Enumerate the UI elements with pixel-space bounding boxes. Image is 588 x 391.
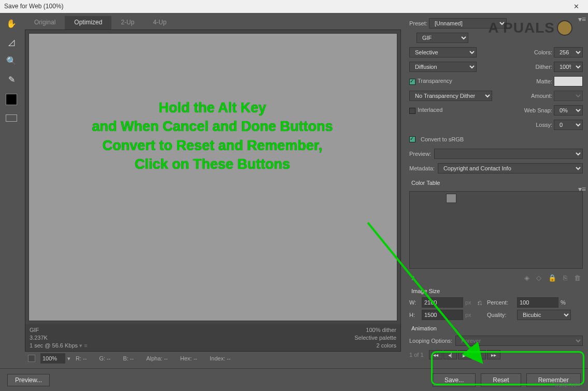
srgb-label: Convert to sRGB	[421, 136, 464, 142]
anim-prev-icon[interactable]: ◂|	[443, 350, 457, 359]
percent-label: Percent:	[487, 299, 515, 306]
status-bar: ▾ R: -- G: -- B: -- Alpha: -- Hex: -- In…	[25, 352, 401, 365]
image-info-bar: GIF 3.237K 1 sec @ 56.6 Kbps ▾ ≡ 100% di…	[25, 324, 400, 351]
panel-menu-icon[interactable]: ▾≡	[578, 15, 586, 23]
colors-select[interactable]: 256	[554, 47, 583, 57]
matte-label: Matte:	[536, 78, 552, 84]
quality-label: Quality:	[487, 312, 515, 318]
window-controls: ✕	[568, 0, 584, 13]
image-size-header: Image Size	[411, 288, 583, 294]
interlaced-checkbox[interactable]	[409, 108, 415, 114]
color-count: 2	[411, 275, 414, 281]
lossy-label: Lossy:	[536, 122, 552, 128]
anim-next-icon[interactable]: |▸	[472, 350, 486, 359]
height-input[interactable]	[422, 310, 463, 320]
tool-column: ✋ ◿ 🔍 ✎	[0, 13, 23, 365]
height-label: H:	[409, 312, 420, 318]
dither-label: Dither:	[536, 64, 552, 70]
info-format: GIF	[30, 326, 88, 334]
status-index: Index: --	[210, 355, 231, 361]
quality-select[interactable]: Bicubic	[517, 310, 571, 320]
link-dimensions-icon[interactable]: ⎌	[478, 298, 485, 307]
lossy-select[interactable]: 0	[554, 120, 583, 130]
tab-4up[interactable]: 4-Up	[144, 16, 176, 30]
ct-tool-2-icon[interactable]: ◇	[536, 274, 541, 282]
toggle-slices-icon[interactable]	[6, 114, 17, 122]
ct-lock-icon[interactable]: 🔒	[548, 274, 556, 282]
color-swatch[interactable]	[6, 94, 17, 105]
websnap-select[interactable]: 0%	[554, 105, 583, 115]
tab-2up[interactable]: 2-Up	[111, 16, 144, 30]
preset-label: Preset:	[409, 20, 427, 26]
watermark-logo: A PUALS	[488, 20, 572, 36]
status-hex: Hex: --	[180, 355, 197, 361]
format-select[interactable]: GIF	[417, 33, 468, 43]
transparency-dither-select[interactable]: No Transparency Dither	[409, 91, 492, 101]
zoom-tool-icon[interactable]: 🔍	[4, 54, 19, 67]
dither-method-select[interactable]: Diffusion	[409, 62, 477, 72]
close-icon[interactable]: ✕	[568, 0, 584, 13]
info-colors: 2 colors	[354, 342, 396, 350]
percent-symbol: %	[561, 299, 571, 306]
info-dither: 100% dither	[354, 326, 396, 334]
width-input[interactable]	[422, 297, 463, 308]
ct-new-icon[interactable]: ⎘	[563, 274, 567, 282]
window-title: Save for Web (100%)	[4, 0, 64, 13]
dither-value-select[interactable]: 100%	[554, 62, 583, 72]
save-button[interactable]: Save...	[433, 373, 476, 387]
reset-button[interactable]: Reset	[481, 373, 521, 387]
preview-select[interactable]	[434, 149, 583, 159]
color-reduction-select[interactable]: Selective	[409, 47, 477, 57]
width-label: W:	[409, 299, 420, 306]
color-table-footer: 2 ◈ ◇ 🔒 ⎘ 🗑	[409, 273, 583, 283]
zoom-input[interactable]	[40, 353, 65, 364]
metadata-label: Metadata:	[409, 165, 435, 171]
preview-panel: GIF 3.237K 1 sec @ 56.6 Kbps ▾ ≡ 100% di…	[25, 30, 401, 352]
tab-optimized[interactable]: Optimized	[65, 16, 111, 30]
px-label-2: px	[465, 312, 476, 318]
websnap-label: Web Snap:	[524, 107, 552, 113]
zoom-control[interactable]: ▾	[40, 353, 70, 364]
transparency-checkbox[interactable]	[409, 79, 415, 85]
ct-trash-icon[interactable]: 🗑	[574, 274, 581, 282]
srgb-checkbox[interactable]	[409, 136, 415, 142]
animation-controls: 1 of 1 ◂◂ ◂| ▶ |▸ ▸▸	[409, 350, 583, 359]
settings-panel: ▾≡ Preset: [Unnamed] GIF Selective Color…	[404, 13, 588, 365]
animation-header: Animation	[411, 325, 583, 331]
anim-first-icon[interactable]: ◂◂	[429, 350, 442, 359]
status-g: G: --	[99, 355, 110, 361]
tab-original[interactable]: Original	[25, 16, 65, 30]
color-table-header: Color Table	[411, 180, 583, 186]
status-r: R: --	[76, 355, 87, 361]
amount-label: Amount:	[531, 93, 552, 99]
title-bar: Save for Web (100%) ✕	[0, 0, 588, 13]
info-speed: 1 sec @ 56.6 Kbps	[30, 342, 78, 349]
percent-input[interactable]	[517, 297, 558, 308]
info-palette: Selective palette	[354, 334, 396, 342]
hand-tool-icon[interactable]: ✋	[4, 17, 19, 30]
status-b: B: --	[123, 355, 134, 361]
ct-tool-1-icon[interactable]: ◈	[524, 274, 529, 282]
interlaced-label: Interlaced	[418, 107, 442, 113]
color-swatch-entry[interactable]	[446, 194, 456, 203]
anim-play-icon[interactable]: ▶	[458, 350, 471, 359]
eyedropper-tool-icon[interactable]: ✎	[4, 73, 19, 85]
amount-select	[554, 91, 583, 101]
looping-label: Looping Options:	[409, 338, 452, 344]
looping-select[interactable]: Forever	[455, 336, 583, 346]
px-label-1: px	[465, 299, 476, 306]
slice-select-tool-icon[interactable]: ◿	[4, 36, 19, 48]
anim-last-icon[interactable]: ▸▸	[487, 350, 500, 359]
colors-label: Colors:	[534, 49, 552, 55]
matte-select[interactable]	[554, 76, 583, 86]
metadata-select[interactable]: Copyright and Contact Info	[438, 163, 583, 173]
source-watermark: wsxdn.com	[555, 382, 581, 388]
status-alpha: Alpha: --	[146, 355, 168, 361]
preview-button[interactable]: Preview...	[7, 374, 50, 386]
preview-label: Preview:	[409, 151, 431, 157]
preview-swatch[interactable]	[28, 355, 35, 362]
canvas-preview[interactable]	[28, 33, 397, 321]
view-tabs: Original Optimized 2-Up 4-Up	[25, 16, 401, 30]
transparency-label: Transparency	[418, 78, 452, 84]
color-table[interactable]	[409, 191, 583, 269]
